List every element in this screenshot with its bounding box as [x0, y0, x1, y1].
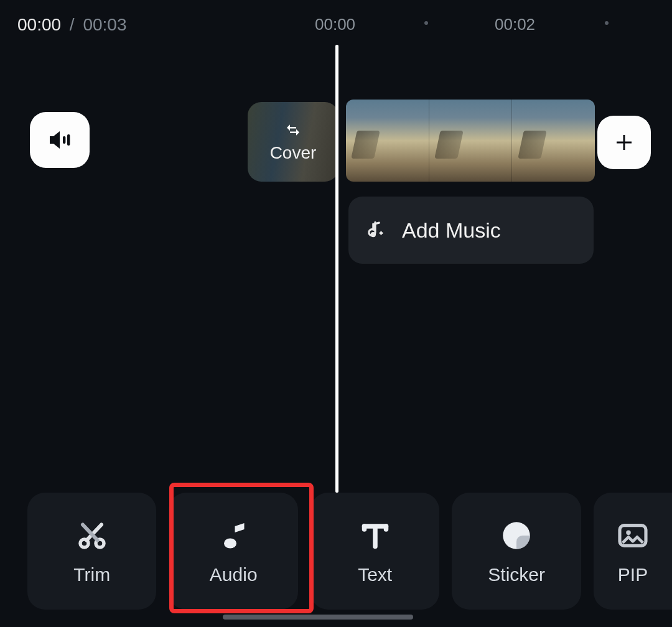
timecode-current: 00:00 — [17, 15, 61, 34]
svg-rect-0 — [63, 136, 65, 144]
clip-frame — [512, 100, 595, 182]
tool-label: Sticker — [488, 564, 545, 585]
cover-label: Cover — [270, 143, 317, 163]
tool-sticker[interactable]: Sticker — [452, 493, 581, 610]
svg-point-8 — [626, 531, 630, 535]
clip-frame — [346, 100, 429, 182]
ruler-mark-1: 00:02 — [495, 15, 535, 34]
add-music-button[interactable]: Add Music — [348, 197, 594, 264]
home-indicator — [223, 615, 413, 620]
tool-label: Audio — [210, 564, 258, 585]
cover-button[interactable]: Cover — [248, 102, 338, 182]
timecode-total: 00:03 — [83, 15, 126, 34]
ruler-dot-1 — [605, 21, 609, 25]
volume-button[interactable] — [30, 112, 90, 168]
timecode-separator: / — [70, 15, 75, 34]
tool-text[interactable]: Text — [310, 493, 439, 610]
playhead[interactable] — [335, 45, 338, 493]
plus-icon — [613, 131, 635, 154]
volume-icon — [45, 125, 75, 155]
tool-audio[interactable]: Audio — [169, 493, 297, 610]
tool-label: Text — [358, 564, 392, 585]
svg-point-2 — [371, 232, 376, 237]
clip-frame — [429, 100, 513, 182]
image-icon — [614, 517, 651, 554]
scissors-icon — [73, 517, 111, 554]
ruler-dot-0 — [424, 21, 428, 25]
add-music-label: Add Music — [402, 218, 501, 243]
music-plus-icon — [363, 218, 387, 242]
tool-pip[interactable]: PIP — [594, 493, 672, 610]
svg-rect-1 — [67, 134, 70, 146]
svg-point-5 — [224, 539, 236, 549]
music-note-icon — [215, 517, 252, 554]
ruler-mark-0: 00:00 — [315, 15, 355, 34]
tool-trim[interactable]: Trim — [27, 493, 156, 610]
swap-icon — [284, 121, 302, 139]
bottom-toolbar: Trim Audio Text — [27, 493, 672, 610]
video-clip[interactable] — [346, 100, 595, 182]
text-icon — [357, 517, 394, 554]
tool-label: Trim — [73, 564, 110, 585]
sticker-icon — [498, 517, 535, 554]
add-clip-button[interactable] — [597, 116, 651, 169]
tool-label: PIP — [618, 564, 648, 585]
